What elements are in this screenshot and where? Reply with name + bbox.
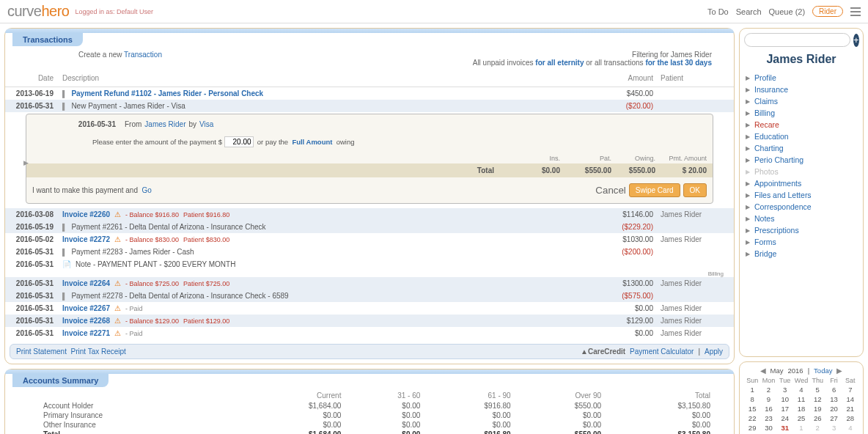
note-icon: 📄 (62, 260, 71, 268)
calendar-day[interactable]: 23 (760, 413, 776, 423)
patient-search-input[interactable] (744, 33, 850, 47)
cal-next-icon[interactable]: ▶ (836, 367, 842, 375)
invoice-link[interactable]: Invoice #2272 (62, 235, 110, 243)
sidebar-item[interactable]: ▶Correspondence (746, 201, 857, 213)
calendar-day[interactable]: 3 (777, 385, 793, 394)
method-link[interactable]: Visa (199, 120, 213, 128)
sidebar-item[interactable]: ▶Bridge (746, 248, 857, 260)
full-amount-link[interactable]: Full Amount (292, 138, 332, 146)
calendar-day[interactable]: 1 (793, 423, 809, 433)
expand-icon[interactable]: ▶ (23, 159, 29, 166)
payer-link[interactable]: James Rider (144, 120, 185, 128)
swipe-card-button[interactable]: Swipe Card (629, 183, 680, 197)
create-transaction-link[interactable]: Transaction (124, 51, 162, 59)
calendar-day[interactable]: 11 (793, 394, 809, 404)
calendar-day[interactable]: 20 (825, 404, 842, 413)
search-link[interactable]: Search (736, 7, 762, 16)
billing-tag: Billing (5, 271, 734, 277)
sidebar-item[interactable]: ▶Prescriptions (746, 224, 857, 236)
calendar-day[interactable]: 4 (842, 423, 858, 433)
print-tax-link[interactable]: Print Tax Receipt (70, 347, 125, 356)
todo-link[interactable]: To Do (707, 7, 729, 16)
calendar-day[interactable]: 30 (760, 423, 776, 433)
cal-today-link[interactable]: Today (814, 367, 832, 375)
expand-icon[interactable]: ▌ (62, 293, 67, 300)
filter-eternity-link[interactable]: for all eternity (535, 59, 584, 67)
calendar-day[interactable]: 1 (744, 385, 760, 394)
payment-link[interactable]: Payment Refund #1102 - James Rider - Per… (71, 89, 263, 98)
print-statement-link[interactable]: Print Statement (16, 347, 67, 356)
patient-chip[interactable]: Rider (812, 6, 843, 17)
calendar-day[interactable]: 2 (809, 423, 825, 433)
th-patient: Patient (653, 74, 727, 82)
filter-30days-link[interactable]: for the last 30 days (645, 59, 712, 67)
payment-calc-link[interactable]: Payment Calculator (630, 347, 694, 356)
sidebar-item[interactable]: ▶Notes (746, 213, 857, 224)
expand-icon[interactable]: ▌ (62, 90, 67, 98)
chevron-right-icon: ▶ (746, 169, 750, 175)
calendar-day[interactable]: 25 (793, 413, 809, 423)
sidebar-item[interactable]: ▶Profile (746, 72, 857, 84)
calendar-day[interactable]: 13 (825, 394, 842, 404)
sidebar-item[interactable]: ▶Claims (746, 95, 857, 107)
calendar-day[interactable]: 16 (760, 404, 776, 413)
expand-icon[interactable]: ▌ (62, 103, 67, 110)
table-row: 2016-05-02Invoice #2272 ⚠ - Balance $830… (5, 233, 734, 246)
invoice-link[interactable]: Invoice #2260 (62, 210, 110, 218)
sidebar-item[interactable]: ▶Recare (746, 119, 857, 130)
calendar-day[interactable]: 5 (809, 385, 825, 394)
calendar-day[interactable]: 28 (842, 413, 858, 423)
calendar-day[interactable]: 9 (760, 394, 776, 404)
calendar-day[interactable]: 19 (809, 404, 825, 413)
calendar-day[interactable]: 24 (777, 413, 793, 423)
calendar-day[interactable]: 27 (825, 413, 842, 423)
cal-prev-icon[interactable]: ◀ (760, 367, 766, 375)
add-patient-button[interactable]: + (853, 34, 859, 47)
sidebar-item[interactable]: ▶Billing (746, 107, 857, 119)
go-link[interactable]: Go (142, 186, 152, 194)
warning-icon: ⚠ (114, 329, 121, 337)
calendar-day[interactable]: 12 (809, 394, 825, 404)
ok-button[interactable]: OK (683, 183, 707, 197)
calendar-day[interactable]: 2 (760, 385, 776, 394)
calendar-day[interactable]: 15 (744, 404, 760, 413)
sidebar-item[interactable]: ▶Forms (746, 236, 857, 248)
calendar-day[interactable]: 22 (744, 413, 760, 423)
calendar-day[interactable]: 17 (777, 404, 793, 413)
menu-icon[interactable] (850, 7, 861, 16)
calendar-day[interactable]: 26 (809, 413, 825, 423)
sidebar-item[interactable]: ▶Charting (746, 142, 857, 154)
invoice-link[interactable]: Invoice #2271 (62, 329, 110, 337)
invoice-link[interactable]: Invoice #2268 (62, 317, 110, 325)
sidebar-item[interactable]: ▶Files and Letters (746, 189, 857, 201)
calendar-day[interactable]: 14 (842, 394, 858, 404)
calendar-day[interactable]: 10 (777, 394, 793, 404)
calendar-day[interactable]: 21 (842, 404, 858, 413)
calendar-day[interactable]: 18 (793, 404, 809, 413)
chevron-right-icon: ▶ (746, 204, 750, 210)
sidebar-item[interactable]: ▶Perio Charting (746, 154, 857, 166)
queue-link[interactable]: Queue (2) (769, 7, 806, 16)
expand-icon[interactable]: ▌ (62, 249, 67, 256)
calendar-day[interactable]: 3 (825, 423, 842, 433)
sidebar-item[interactable]: ▶Education (746, 130, 857, 142)
patient-panel: + James Rider ▶Profile▶Insurance▶Claims▶… (739, 28, 864, 357)
accounts-title: Accounts Summary (12, 374, 108, 387)
invoice-link[interactable]: Invoice #2264 (62, 279, 110, 287)
transactions-title: Transactions (12, 33, 83, 46)
sidebar-item[interactable]: ▶Appointments (746, 177, 857, 189)
apply-link[interactable]: Apply (705, 347, 723, 356)
calendar-day[interactable]: 7 (842, 385, 858, 394)
payment-amount-input[interactable] (224, 136, 254, 147)
calendar-panel: ◀ May 2016 | Today ▶ SunMonTueWedThuFriS… (739, 361, 864, 434)
cancel-button[interactable]: Cancel (595, 185, 626, 196)
sidebar-item[interactable]: ▶Insurance (746, 84, 857, 95)
expand-icon[interactable]: ▌ (62, 224, 67, 231)
calendar-day[interactable]: 6 (825, 385, 842, 394)
invoice-link[interactable]: Invoice #2267 (62, 304, 110, 312)
calendar-day[interactable]: 4 (793, 385, 809, 394)
calendar-day[interactable]: 29 (744, 423, 760, 433)
table-row: 2016-05-31📄 Note - PAYMENT PLANT - $200 … (5, 258, 734, 271)
calendar-day[interactable]: 31 (777, 423, 793, 433)
calendar-day[interactable]: 8 (744, 394, 760, 404)
